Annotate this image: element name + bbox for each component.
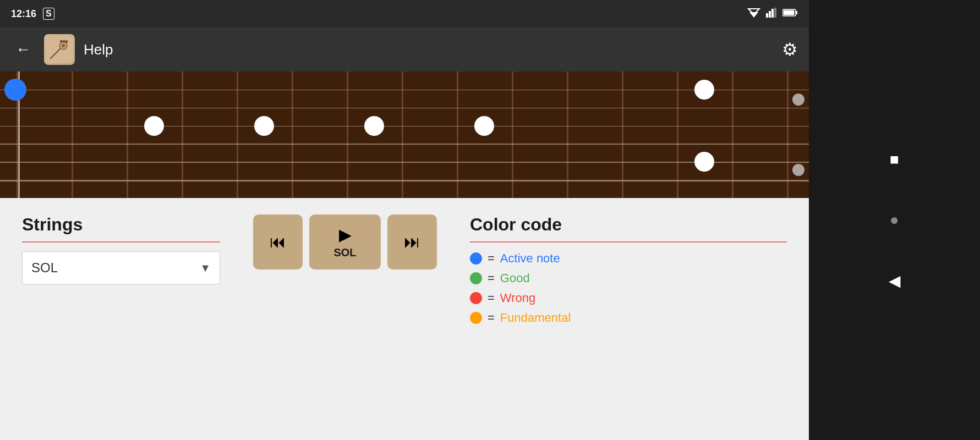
color-code-section: Color code =Active note=Good=Wrong=Funda… [470, 215, 787, 331]
fret-line [732, 72, 733, 198]
string-line [0, 144, 809, 145]
note-dot[interactable] [694, 152, 714, 172]
note-dot[interactable] [474, 116, 494, 136]
string-line [0, 126, 809, 127]
fret-line [622, 72, 623, 198]
note-dot[interactable] [144, 116, 164, 136]
color-code-title: Color code [470, 215, 787, 235]
status-bar: 12:16 S [0, 0, 809, 28]
color-entry: =Wrong [470, 291, 787, 305]
svg-point-15 [63, 40, 65, 42]
settings-button[interactable]: ⚙ [782, 39, 798, 60]
color-equals: = [488, 311, 495, 325]
scroll-bottom [792, 164, 804, 176]
back-nav-icon: ◀ [889, 272, 901, 290]
svg-rect-3 [769, 11, 771, 18]
color-entry: =Active note [470, 251, 787, 266]
fret-line [567, 72, 568, 198]
dropdown-arrow-icon: ▼ [200, 262, 211, 274]
active-note-dot[interactable] [4, 79, 26, 101]
strings-section: Strings SOL ▼ [22, 215, 220, 284]
play-icon: ▶ [339, 225, 352, 244]
circle-icon: ● [890, 211, 899, 229]
play-note-label: SOL [333, 246, 356, 259]
fretboard [0, 72, 809, 198]
color-code-dot [470, 272, 482, 284]
status-time: 12:16 [11, 8, 36, 20]
play-button[interactable]: ▶ SOL [309, 215, 381, 270]
fret-line [72, 72, 73, 198]
color-equals: = [488, 251, 495, 266]
prev-button[interactable]: ⏮ [253, 215, 303, 270]
fret-line [347, 72, 348, 198]
app-icon [44, 34, 75, 65]
toolbar-title: Help [84, 41, 773, 58]
color-label: Active note [500, 251, 560, 266]
string-line [0, 162, 809, 163]
app-container: 12:16 S [0, 0, 809, 440]
app-icon-inner [44, 34, 75, 65]
fret-line [292, 72, 293, 198]
wifi-icon [747, 8, 760, 20]
note-dot[interactable] [364, 116, 384, 136]
color-code-dot [470, 292, 482, 304]
fret-line [677, 72, 678, 198]
svg-rect-5 [774, 8, 776, 18]
fret-line [182, 72, 183, 198]
status-left: 12:16 S [11, 8, 54, 20]
color-code-dot [470, 312, 482, 324]
nav-square-button[interactable]: ■ [881, 146, 908, 173]
string-line [0, 180, 809, 182]
svg-point-14 [60, 40, 62, 42]
strings-select[interactable]: SOL ▼ [22, 251, 220, 284]
svg-point-16 [65, 40, 68, 42]
svg-rect-4 [771, 9, 774, 18]
next-icon: ⏭ [404, 233, 420, 251]
nav-back-button[interactable]: ◀ [881, 267, 908, 294]
playback-controls: ⏮ ▶ SOL ⏭ [253, 215, 437, 270]
color-code-dot [470, 252, 482, 265]
sync-icon: S [43, 8, 54, 20]
color-label: Fundamental [500, 311, 571, 325]
svg-rect-8 [784, 10, 795, 15]
fret-line [787, 72, 789, 198]
svg-rect-7 [796, 11, 797, 14]
color-entry: =Fundamental [470, 311, 787, 325]
color-entry: =Good [470, 271, 787, 285]
color-label: Wrong [500, 291, 535, 305]
android-nav-bar: ■ ● ◀ [809, 0, 980, 440]
strings-select-value: SOL [31, 260, 58, 276]
color-entries: =Active note=Good=Wrong=Fundamental [470, 251, 787, 325]
prev-icon: ⏮ [270, 233, 286, 251]
fret-line [402, 72, 403, 198]
note-dot[interactable] [254, 116, 274, 136]
color-equals: = [488, 271, 495, 285]
strings-title: Strings [22, 215, 220, 235]
color-equals: = [488, 291, 495, 305]
string-line [0, 108, 809, 108]
next-button[interactable]: ⏭ [387, 215, 437, 270]
fret-line [457, 72, 458, 198]
svg-rect-2 [766, 13, 768, 18]
bottom-content: Strings SOL ▼ ⏮ ▶ SOL ⏭ Color code [0, 198, 809, 440]
string-line [0, 90, 809, 90]
status-right [747, 8, 798, 20]
square-icon: ■ [890, 151, 899, 168]
fretboard-container[interactable] [0, 72, 809, 198]
scroll-top [792, 94, 804, 106]
nav-circle-button[interactable]: ● [881, 206, 908, 234]
signal-icon [766, 8, 777, 20]
fret-line [127, 72, 128, 198]
fret-line [512, 72, 513, 198]
color-code-divider [470, 241, 787, 243]
fret-line [237, 72, 238, 198]
strings-divider [22, 241, 220, 243]
back-button[interactable]: ← [11, 36, 35, 63]
svg-point-12 [62, 44, 65, 47]
note-dot[interactable] [694, 80, 714, 100]
battery-icon [782, 8, 798, 20]
toolbar: ← Help ⚙ [0, 28, 809, 72]
color-label: Good [500, 271, 530, 285]
